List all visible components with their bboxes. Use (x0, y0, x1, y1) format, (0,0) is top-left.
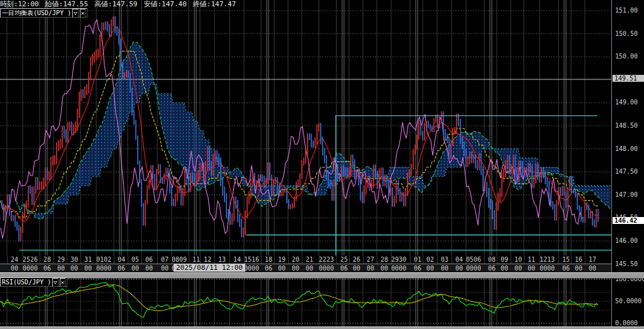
time-label: 0000 (23, 265, 38, 272)
main-indicator-chip[interactable]: 一目均衡表(USD/JPY ) ▽ × (0, 8, 87, 18)
price-axis-label: 148.50 (615, 122, 638, 129)
axis-grid-stub (363, 255, 364, 264)
date-label: 11 (192, 256, 200, 263)
rsi-collapse-button[interactable]: ▽ (52, 278, 58, 287)
date-label: 0809 (172, 256, 187, 263)
date-axis-row: 2425262829303101020405060708091112131415… (0, 255, 611, 264)
date-label: 03 (441, 256, 448, 263)
ohlc-info-item: 安値:147.40 (143, 0, 186, 8)
time-label: 0000 (466, 265, 481, 272)
date-label: 04 (455, 256, 463, 263)
date-label: 12 (204, 256, 211, 263)
axis-grid-stub (261, 255, 262, 264)
date-label: 0102 (96, 256, 111, 263)
axis-grid-stub (40, 255, 40, 264)
time-label: 00 (70, 265, 78, 272)
axis-grid-stub (7, 255, 8, 264)
current-price-badge: 146.42 (613, 217, 644, 224)
price-axis-label: 151.00 (615, 7, 638, 14)
time-label: 06 (488, 265, 496, 272)
axis-grid-stub (128, 255, 128, 264)
axis-grid-stub (484, 255, 485, 264)
axis-grid-stub (423, 255, 423, 264)
date-label: 21 (306, 256, 313, 263)
time-label: 00 (84, 265, 92, 272)
time-label: 00 (514, 265, 522, 272)
time-label: 00 (161, 265, 169, 272)
date-label: 16 (575, 256, 582, 263)
axis-grid-stub (571, 255, 572, 264)
time-label: 00 (380, 265, 388, 272)
date-label: 18 (265, 256, 272, 263)
price-axis-label: 146.00 (615, 237, 638, 244)
date-label: 15 (562, 256, 570, 263)
axis-grid-stub (540, 255, 540, 264)
time-label: 00 (145, 265, 153, 272)
axis-grid-stub (214, 255, 215, 264)
time-label: 0000 (391, 265, 406, 272)
date-label: 02 (426, 256, 434, 263)
rsi-axis-label: 0.0000 (615, 320, 638, 326)
indicator-close-button[interactable]: × (80, 9, 86, 18)
axis-grid-stub (336, 255, 337, 264)
date-label: 05 (131, 256, 139, 263)
axis-grid-stub (274, 255, 275, 264)
axis-grid-stub (558, 255, 559, 264)
date-label: 08 (488, 256, 496, 263)
time-label: 00 (131, 265, 139, 272)
time-label: 00 (501, 265, 508, 272)
axis-grid-stub (524, 255, 525, 264)
time-label: 00 (353, 265, 360, 272)
date-label: 2526 (23, 256, 38, 263)
rsi-indicator-chip[interactable]: RSI(USD/JPY ) ▽ × (0, 277, 67, 287)
time-label: 0000 (319, 265, 334, 272)
time-label: 00 (528, 265, 535, 272)
axis-grid-stub (437, 255, 438, 264)
date-label: 13 (218, 256, 226, 263)
axis-grid-stub (452, 255, 452, 264)
date-label: 29 (57, 256, 65, 263)
pane-separator[interactable] (0, 272, 644, 279)
axis-grid-stub (114, 255, 114, 264)
price-axis-label: 145.50 (615, 260, 638, 267)
main-price-chart[interactable] (0, 0, 611, 255)
window-bottom-edge (0, 326, 644, 329)
level-price-badge: 149.51 (613, 75, 644, 82)
time-label: 00 (455, 265, 463, 272)
time-label: 00 (367, 265, 374, 272)
price-axis-label: 147.50 (615, 168, 638, 175)
axis-grid-stub (96, 255, 97, 264)
time-label: 00 (292, 265, 299, 272)
date-label: 26 (353, 256, 360, 263)
price-axis-label: 148.00 (615, 145, 638, 152)
time-label: 00 (278, 265, 286, 272)
date-label: 20 (292, 256, 299, 263)
time-label: 06 (265, 265, 272, 272)
date-label: 1516 (244, 256, 259, 263)
time-label: 00 (306, 265, 313, 272)
axis-grid-stub (172, 255, 172, 264)
price-axis-label: 150.50 (615, 30, 638, 37)
axis-grid-stub (80, 255, 81, 264)
rsi-chart[interactable] (0, 277, 611, 326)
axis-grid-stub (288, 255, 289, 264)
ohlc-info-item: 時刻:12:00 (0, 0, 39, 8)
rsi-axis-label: 50.0000 (615, 298, 641, 304)
time-label: 00 (589, 265, 596, 272)
date-label: 07 (161, 256, 169, 263)
date-label: 31 (84, 256, 92, 263)
plot-right-border (611, 0, 612, 272)
indicator-collapse-button[interactable]: ▽ (72, 9, 78, 18)
axis-grid-stub (349, 255, 350, 264)
axis-grid-stub (391, 255, 392, 264)
selected-date-badge: 2025/08/11 12:00 (174, 264, 245, 272)
chart-app-window: 時刻:12:00始値:147.55高値:147.59安値:147.40終値:14… (0, 0, 644, 329)
date-label: 0506 (466, 256, 481, 263)
axis-grid-stub (466, 255, 467, 264)
date-label: 01 (414, 256, 421, 263)
axis-grid-stub (244, 255, 245, 264)
time-label: 06 (118, 265, 125, 272)
date-label: 06 (145, 256, 153, 263)
date-label: 30 (70, 256, 78, 263)
rsi-close-button[interactable]: × (60, 278, 65, 287)
